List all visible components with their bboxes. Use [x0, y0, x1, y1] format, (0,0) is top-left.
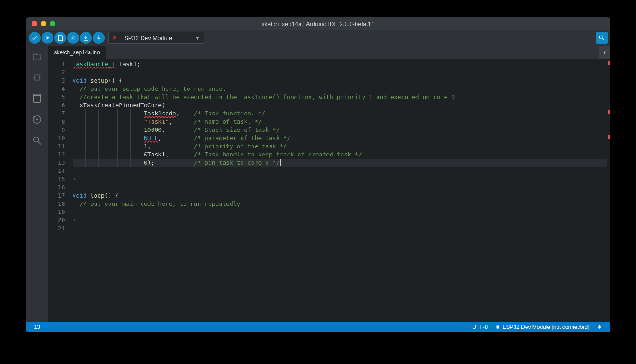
status-bar: 13 UTF-8 ESP32 Dev Module [not connected… [26, 322, 610, 332]
line-number: 10 [48, 134, 65, 142]
status-encoding[interactable]: UTF-8 [468, 324, 491, 330]
line-number: 5 [48, 93, 65, 101]
boards-manager-icon[interactable] [31, 71, 43, 84]
svg-point-7 [599, 36, 603, 39]
arrow-down-bar-icon [83, 35, 89, 41]
tab-active[interactable]: sketch_sep14a.ino [48, 46, 106, 59]
library-manager-icon[interactable] [31, 92, 43, 105]
window-title: sketch_sep14a | Arduino IDE 2.0.0-beta.1… [262, 21, 375, 27]
status-line-number[interactable]: 13 [31, 324, 44, 330]
code-line[interactable]: // put your main code here, to run repea… [73, 200, 607, 208]
code-line[interactable]: //create a task that will be executed in… [73, 93, 607, 101]
body-area: sketch_sep14a.ino ▼ 12345678910111213141… [26, 46, 610, 322]
error-marker[interactable] [608, 110, 610, 114]
search-panel-icon[interactable] [31, 134, 43, 147]
code-line[interactable]: } [73, 175, 607, 183]
board-selector[interactable]: ✕ ESP32 Dev Module ▼ [108, 32, 204, 44]
line-number: 18 [48, 200, 65, 208]
line-number: 21 [48, 224, 65, 233]
code-line[interactable] [73, 167, 607, 175]
code-line[interactable]: "Task1", /* name of task. */ [73, 118, 607, 126]
titlebar: sketch_sep14a | Arduino IDE 2.0.0-beta.1… [26, 17, 610, 30]
line-number: 8 [48, 118, 65, 126]
app-window: sketch_sep14a | Arduino IDE 2.0.0-beta.1… [26, 17, 610, 332]
line-gutter: 123456789101112131415161718192021 [48, 59, 73, 322]
code-line[interactable]: NULL, /* parameter of the task */ [73, 134, 607, 142]
line-number: 16 [48, 183, 65, 192]
svg-point-0 [72, 37, 74, 39]
svg-line-4 [74, 36, 74, 37]
upload-button[interactable] [42, 32, 53, 44]
status-board-label: ESP32 Dev Module [not connected] [502, 324, 589, 330]
code-line[interactable]: } [73, 216, 607, 224]
magnifier-icon [599, 35, 605, 41]
error-marker[interactable] [608, 61, 610, 65]
chip-icon [495, 324, 500, 330]
bug-icon [70, 35, 76, 41]
tab-bar: sketch_sep14a.ino ▼ [48, 46, 610, 59]
line-number: 9 [48, 126, 65, 134]
code-line[interactable]: 0); /* pin task to core 0 */ [73, 159, 607, 167]
notifications-button[interactable] [593, 324, 606, 330]
code-line[interactable]: Task1code, /* Task function. */ [73, 109, 607, 118]
serial-plotter-button[interactable] [596, 32, 608, 44]
maximize-window-button[interactable] [50, 21, 55, 26]
line-number: 13 [48, 159, 65, 167]
debug-panel-icon[interactable] [31, 113, 43, 126]
line-number: 1 [48, 60, 65, 68]
overview-ruler [607, 59, 610, 322]
svg-line-8 [602, 39, 604, 40]
code-line[interactable]: // put your setup code here, to run once… [73, 85, 607, 93]
svg-rect-16 [33, 96, 40, 103]
file-icon [57, 35, 63, 41]
error-marker[interactable] [608, 135, 610, 139]
code-line[interactable]: TaskHandle_t Task1; [73, 60, 607, 68]
minimize-window-button[interactable] [41, 21, 46, 26]
disconnected-icon: ✕ [112, 35, 117, 41]
save-button[interactable] [93, 32, 105, 44]
status-board[interactable]: ESP32 Dev Module [not connected] [491, 324, 593, 330]
line-number: 17 [48, 192, 65, 200]
close-window-button[interactable] [32, 21, 37, 26]
code-line[interactable]: void setup() { [73, 77, 607, 85]
code-line[interactable] [73, 208, 607, 216]
line-number: 19 [48, 208, 65, 216]
editor-area: sketch_sep14a.ino ▼ 12345678910111213141… [48, 46, 610, 322]
sketchbook-icon[interactable] [31, 50, 43, 63]
svg-rect-17 [33, 94, 40, 96]
bell-icon [597, 324, 602, 330]
board-name: ESP32 Dev Module [121, 35, 172, 42]
line-number: 7 [48, 109, 65, 118]
open-button[interactable] [80, 32, 92, 44]
code-line[interactable]: void loop() { [73, 192, 607, 200]
code-line[interactable]: 1, /* priority of the task */ [73, 142, 607, 151]
new-sketch-button[interactable] [54, 32, 66, 44]
line-number: 12 [48, 151, 65, 159]
code-content[interactable]: TaskHandle_t Task1;void setup() { // put… [73, 59, 607, 322]
line-number: 4 [48, 85, 65, 93]
svg-line-6 [74, 39, 74, 40]
arrow-right-icon [44, 35, 51, 41]
toolbar: ✕ ESP32 Dev Module ▼ [26, 30, 610, 46]
code-line[interactable]: xTaskCreatePinnedToCore( [73, 101, 607, 109]
svg-rect-9 [35, 74, 39, 81]
code-line[interactable]: 10000, /* Stack size of task */ [73, 126, 607, 134]
code-line[interactable]: &Task1, /* Task handle to keep track of … [73, 151, 607, 159]
code-editor[interactable]: 123456789101112131415161718192021 TaskHa… [48, 59, 610, 322]
code-line[interactable] [73, 224, 607, 233]
debug-button[interactable] [67, 32, 79, 44]
svg-point-20 [33, 137, 38, 142]
verify-button[interactable] [29, 32, 41, 44]
tab-overflow-button[interactable]: ▼ [599, 46, 610, 59]
line-number: 20 [48, 216, 65, 224]
line-number: 6 [48, 101, 65, 109]
svg-rect-22 [497, 326, 499, 329]
code-line[interactable] [73, 183, 607, 192]
line-number: 3 [48, 77, 65, 85]
line-number: 15 [48, 175, 65, 183]
code-line[interactable] [73, 68, 607, 77]
svg-line-21 [38, 142, 41, 145]
svg-line-3 [71, 36, 72, 37]
traffic-lights [32, 21, 55, 26]
line-number: 11 [48, 142, 65, 151]
